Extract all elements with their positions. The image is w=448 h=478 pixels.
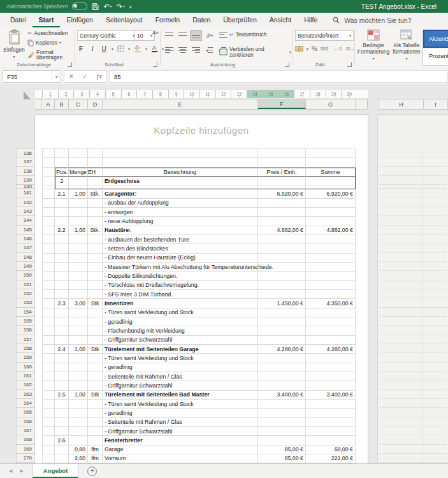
- row-number[interactable]: 163: [16, 390, 35, 399]
- tab-datei[interactable]: Datei: [4, 13, 33, 27]
- enter-icon[interactable]: ✓: [82, 73, 87, 80]
- cell[interactable]: [88, 177, 103, 185]
- cell[interactable]: [69, 409, 88, 417]
- row-number[interactable]: 160: [16, 363, 35, 372]
- cell[interactable]: [69, 363, 88, 372]
- cell[interactable]: [258, 244, 306, 253]
- cell[interactable]: [306, 436, 356, 445]
- cell[interactable]: [42, 400, 55, 409]
- cell[interactable]: - Türen samt Verkleidung und Stock: [103, 308, 258, 317]
- cell[interactable]: [42, 308, 55, 317]
- cell[interactable]: Pos.: [55, 168, 69, 177]
- column-header-I[interactable]: I: [424, 99, 448, 109]
- cell[interactable]: [306, 308, 356, 317]
- cell[interactable]: [258, 326, 306, 335]
- cell[interactable]: [306, 208, 356, 217]
- cell[interactable]: 1.450,00 €: [258, 299, 306, 308]
- row-number[interactable]: 141: [16, 189, 35, 198]
- cell[interactable]: [42, 409, 55, 417]
- cell[interactable]: [42, 454, 55, 463]
- next-sheet-icon[interactable]: ▶: [20, 468, 23, 474]
- cell[interactable]: [88, 263, 103, 272]
- cell[interactable]: - ausbauen der bestehenden Türe: [103, 235, 258, 244]
- column-header-B[interactable]: B: [55, 99, 69, 109]
- cell[interactable]: [258, 317, 306, 326]
- cell[interactable]: 2.4: [55, 345, 69, 354]
- cell[interactable]: 2.3: [55, 299, 69, 308]
- italic-button[interactable]: I: [89, 45, 96, 52]
- wrap-text-button[interactable]: ↩ Textumbruch: [219, 32, 266, 38]
- cell[interactable]: [69, 308, 88, 317]
- cell[interactable]: [55, 244, 69, 253]
- copy-button[interactable]: Kopieren▾: [27, 40, 74, 47]
- cell[interactable]: [69, 272, 88, 280]
- cell[interactable]: [42, 149, 55, 158]
- cell[interactable]: 4.882,00 €: [258, 226, 306, 235]
- format-as-table-button[interactable]: ✎ Als Tabelleformatieren ▾: [391, 29, 422, 61]
- cell[interactable]: [55, 290, 69, 299]
- cell[interactable]: - Türschloss mit Dreifachverriegelung.: [103, 281, 258, 290]
- cell[interactable]: [258, 354, 306, 363]
- font-dialog-launcher[interactable]: [153, 62, 157, 67]
- row-number[interactable]: 142: [16, 198, 35, 207]
- cell[interactable]: [55, 445, 69, 454]
- row-number[interactable]: 153: [16, 298, 35, 307]
- cell[interactable]: 2.6: [55, 436, 69, 445]
- cell[interactable]: - Massiver Türkern mit Alu Abschottung f…: [103, 263, 258, 272]
- cell[interactable]: 2: [55, 177, 69, 185]
- cell[interactable]: [88, 290, 103, 299]
- cell[interactable]: lfm: [88, 454, 103, 463]
- header-placeholder[interactable]: Kopfzeile hinzufügen: [35, 125, 368, 136]
- cell[interactable]: [69, 381, 88, 390]
- cell[interactable]: EH: [88, 168, 103, 177]
- cell[interactable]: [69, 149, 88, 158]
- cell[interactable]: [88, 409, 103, 417]
- cell[interactable]: [88, 158, 103, 167]
- cell[interactable]: [42, 208, 55, 217]
- cell[interactable]: [258, 254, 306, 263]
- cell[interactable]: [306, 217, 356, 226]
- cell[interactable]: [42, 281, 55, 290]
- cell[interactable]: [88, 427, 103, 436]
- cell[interactable]: 2.5: [55, 391, 69, 400]
- cell[interactable]: [306, 354, 356, 363]
- cell[interactable]: Stk: [88, 391, 103, 400]
- tab-einfügen[interactable]: Einfügen: [60, 13, 99, 27]
- paste-button[interactable]: Einfügen ▾: [2, 29, 26, 64]
- cell[interactable]: - Flächenbündig mit Verkleidung: [103, 326, 258, 335]
- cell[interactable]: 3.400,00 €: [258, 391, 306, 400]
- cell[interactable]: 3,00: [69, 299, 88, 308]
- cell[interactable]: [88, 336, 103, 345]
- cell[interactable]: [69, 217, 88, 226]
- alignment-dialog-launcher[interactable]: [285, 62, 289, 67]
- row-number[interactable]: 169: [16, 445, 35, 454]
- column-header-A[interactable]: A: [42, 99, 55, 109]
- column-header-D[interactable]: D: [88, 99, 103, 109]
- cell[interactable]: [258, 235, 306, 244]
- autosave-toggle[interactable]: [72, 3, 87, 10]
- cell[interactable]: - ausbau der Aufdopplung: [103, 199, 258, 208]
- cell[interactable]: Stk.: [88, 226, 103, 235]
- column-header-H[interactable]: H: [379, 99, 424, 109]
- cell[interactable]: [42, 363, 55, 372]
- align-left-button[interactable]: [163, 45, 175, 55]
- cell[interactable]: [88, 272, 103, 280]
- cell[interactable]: [306, 254, 356, 263]
- cell[interactable]: - Seitenteile mit Rahmen / Glas: [103, 418, 258, 427]
- cell[interactable]: [55, 418, 69, 427]
- row-number[interactable]: 157: [16, 335, 35, 344]
- cell[interactable]: [88, 244, 103, 253]
- row-number[interactable]: 162: [16, 380, 35, 389]
- cell[interactable]: [55, 217, 69, 226]
- cell[interactable]: [258, 149, 306, 158]
- cancel-icon[interactable]: ✕: [69, 73, 74, 80]
- cell[interactable]: [69, 235, 88, 244]
- cell[interactable]: 68,00 €: [306, 445, 356, 454]
- cell[interactable]: 221,00 €: [306, 454, 356, 463]
- cell[interactable]: Fensterbretter: [103, 436, 258, 445]
- cell[interactable]: [55, 199, 69, 208]
- cell[interactable]: [306, 363, 356, 372]
- cell[interactable]: [88, 235, 103, 244]
- column-header-C[interactable]: C: [69, 99, 88, 109]
- grow-font-button[interactable]: A˄: [152, 30, 159, 36]
